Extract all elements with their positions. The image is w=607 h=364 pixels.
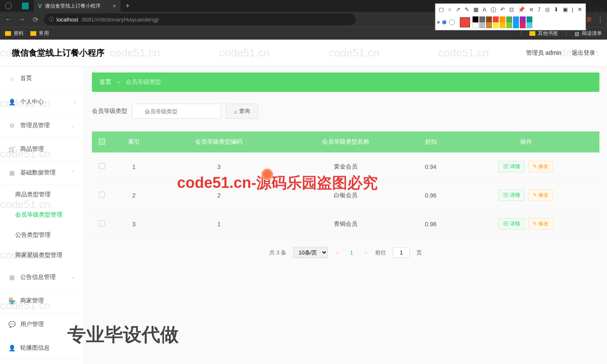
sidebar-profile[interactable]: 👤个人中心› xyxy=(0,90,84,114)
chevron-right-icon: › xyxy=(74,99,75,105)
tab-inactive-2[interactable] xyxy=(17,0,34,12)
url-path: :8081/#/dictionaryHuiyuandengji xyxy=(81,16,158,23)
goto-input[interactable] xyxy=(393,247,410,258)
table-row: 1 3 黄金会员 0.94 ▤ 详情 ✎ 修改 xyxy=(92,153,599,181)
chevron-down-icon: ⌄ xyxy=(71,123,75,128)
arrow-icon[interactable]: ↗ xyxy=(456,6,460,14)
detail-button[interactable]: ▤ 详情 xyxy=(499,161,524,172)
grid-icon: ▦ xyxy=(8,169,15,176)
breadcrumb-home[interactable]: 首页 xyxy=(99,78,111,86)
search-label: 会员等级类型 xyxy=(92,107,127,115)
bookmark-folder-1[interactable]: 资料 xyxy=(5,30,24,37)
sidebar-sub-product-type[interactable]: 商品类型管理 xyxy=(0,185,84,205)
save-icon[interactable]: ▣ xyxy=(563,6,568,14)
cell-code: 2 xyxy=(156,181,282,210)
tab-title: 微信食堂线上订餐小程序 xyxy=(45,3,101,10)
page-current[interactable]: 1 xyxy=(347,249,357,256)
breadcrumb-current: 会员等级类型 xyxy=(126,78,161,86)
circle-icon[interactable]: ○ xyxy=(448,6,451,14)
reload-button[interactable]: ⟳ xyxy=(30,16,40,24)
col-name[interactable]: 会员等级类型名称 xyxy=(282,131,409,153)
next-page[interactable]: › xyxy=(363,249,368,256)
cell-name: 青铜会员 xyxy=(282,210,409,238)
admin-label[interactable]: 管理员 admin xyxy=(526,49,561,57)
footer-watermark: 专业毕设代做 xyxy=(67,322,179,347)
sidebar-products[interactable]: 🛒商品管理 xyxy=(0,137,84,161)
download-icon[interactable]: ⬇ xyxy=(554,6,559,14)
list-icon: ▤ xyxy=(575,31,579,37)
url-bar[interactable]: ⓘ localhost:8081/#/dictionaryHuiyuandeng… xyxy=(44,13,356,25)
user2-icon: 👤 xyxy=(8,345,15,351)
close-icon[interactable]: × xyxy=(113,3,116,9)
text-icon[interactable]: A xyxy=(483,6,486,14)
home-icon: ⌂ xyxy=(8,75,15,82)
user-icon: 👤 xyxy=(8,99,15,105)
chevron-up-icon: ⌃ xyxy=(71,170,75,176)
row-checkbox[interactable] xyxy=(99,192,105,198)
vue-icon: V xyxy=(38,3,42,9)
pencil-icon[interactable]: ✎ xyxy=(465,6,469,14)
new-tab-button[interactable]: + xyxy=(126,2,130,11)
gear-icon: ⚙ xyxy=(8,122,15,129)
rect-icon[interactable]: ▢ xyxy=(439,6,444,14)
dev-tools-palette[interactable]: ▢○↗✎▦Aⓘ↶⊡📌⤨⤴◎⬇▣|✕ xyxy=(435,3,586,30)
sidebar-basedata[interactable]: ▦基础数据管理⌃ xyxy=(0,161,84,185)
share-icon[interactable]: ⤴ xyxy=(538,6,541,14)
search-input[interactable] xyxy=(132,104,221,119)
sidebar-home[interactable]: ⌂首页 xyxy=(0,67,84,90)
reading-list[interactable]: ▤阅读清单 xyxy=(575,30,602,37)
data-table: 索引 会员等级类型编码 会员等级类型名称 折扣 操作 1 3 黄金会员 0.94… xyxy=(92,131,599,238)
forward-button[interactable]: → xyxy=(17,16,27,23)
tab-inactive-1[interactable] xyxy=(0,0,17,12)
cell-discount: 0.96 xyxy=(409,181,452,210)
sidebar-merchant[interactable]: 🏪商家管理 xyxy=(0,289,84,313)
selected-color[interactable] xyxy=(460,17,470,27)
breadcrumb: 首页 → 会员等级类型 xyxy=(92,72,599,92)
table-row: 3 1 青铜会员 0.98 ▤ 详情 ✎ 修改 xyxy=(92,210,599,238)
detail-button[interactable]: ▤ 详情 xyxy=(499,190,524,201)
col-index[interactable]: 索引 xyxy=(112,131,156,153)
menu-icon[interactable]: ⋮ xyxy=(597,16,604,24)
edit-button[interactable]: ✎ 修改 xyxy=(528,190,553,201)
tab-active[interactable]: V 微信食堂线上订餐小程序 × xyxy=(34,0,121,12)
cell-discount: 0.98 xyxy=(409,210,452,238)
info-icon: ⓘ xyxy=(49,16,54,23)
prev-page[interactable]: ‹ xyxy=(335,249,340,256)
sidebar-sub-merchant-star[interactable]: 商家星级类型管理 xyxy=(0,245,84,265)
target-icon[interactable]: ◎ xyxy=(545,6,550,14)
sidebar-sub-member-level[interactable]: 会员等级类型管理 xyxy=(0,205,84,225)
other-bookmarks[interactable]: 其他书签 xyxy=(529,30,558,37)
edit-button[interactable]: ✎ 修改 xyxy=(528,161,553,172)
query-button[interactable]: ⌕查询 xyxy=(226,104,258,119)
page-size-select[interactable]: 10条/页 xyxy=(293,247,328,258)
done-button[interactable]: ✓完成 xyxy=(588,6,604,13)
col-code[interactable]: 会员等级类型编码 xyxy=(156,131,282,153)
crop-icon[interactable]: ⊡ xyxy=(509,6,514,14)
cell-index: 1 xyxy=(112,153,156,181)
row-checkbox[interactable] xyxy=(99,163,105,169)
info2-icon[interactable]: ⓘ xyxy=(491,6,496,14)
chat-icon: 💬 xyxy=(8,321,15,328)
search-icon: ⌕ xyxy=(234,108,237,115)
mosaic-icon[interactable]: ▦ xyxy=(473,6,478,14)
total-count: 共 3 条 xyxy=(269,249,286,257)
app-header: 微信食堂线上订餐小程序 管理员 admin 退出登录 xyxy=(0,40,607,67)
row-checkbox[interactable] xyxy=(99,220,105,226)
col-discount[interactable]: 折扣 xyxy=(409,131,452,153)
close2-icon[interactable]: ✕ xyxy=(577,6,582,14)
pin-icon[interactable]: 📌 xyxy=(518,6,525,14)
sidebar-sub-notice-type[interactable]: 公告类型管理 xyxy=(0,225,84,245)
sidebar-notice[interactable]: ▦公告信息管理⌄ xyxy=(0,265,84,289)
sidebar-admin[interactable]: ⚙管理员管理⌄ xyxy=(0,114,84,137)
logout-button[interactable]: 退出登录 xyxy=(572,49,595,57)
bookmark-folder-2[interactable]: 常用 xyxy=(30,30,49,37)
cell-discount: 0.94 xyxy=(409,153,452,181)
select-all-checkbox[interactable] xyxy=(99,139,105,145)
back-button[interactable]: ← xyxy=(3,16,13,23)
detail-button[interactable]: ▤ 详情 xyxy=(499,218,524,230)
main-content: 首页 → 会员等级类型 会员等级类型 ⌕查询 索引 会员等级类型编码 会员等级类… xyxy=(84,67,607,364)
undo-icon[interactable]: ↶ xyxy=(500,6,505,14)
edit-button[interactable]: ✎ 修改 xyxy=(528,218,553,230)
cell-name: 白银会员 xyxy=(282,181,409,210)
shuffle-icon[interactable]: ⤨ xyxy=(529,6,534,14)
